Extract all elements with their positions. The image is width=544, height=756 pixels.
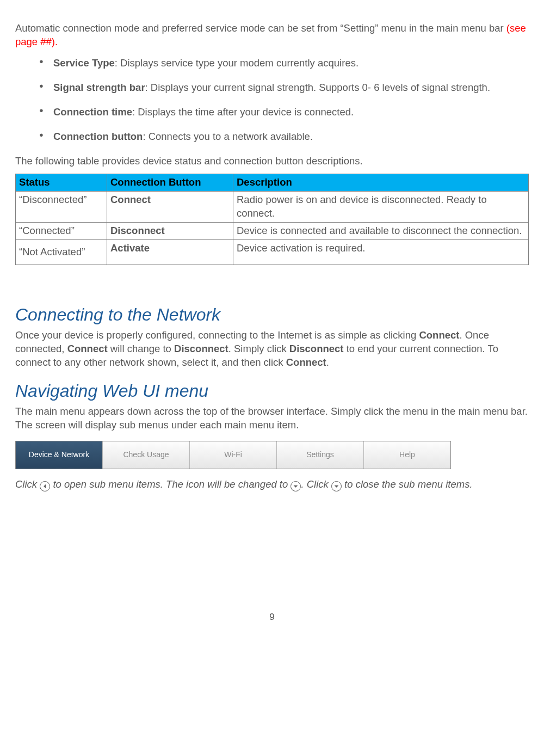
bold: Disconnect <box>174 343 228 354</box>
bold: Connect <box>67 343 108 354</box>
bullet-desc: : Displays your current signal strength.… <box>145 82 490 93</box>
nav-wifi[interactable]: Wi-Fi <box>190 441 277 469</box>
cell-desc: Radio power is on and device is disconne… <box>233 191 529 222</box>
text: . <box>326 357 329 368</box>
table-row: “Not Activated” Activate Device activati… <box>16 239 529 265</box>
bullet-label: Service Type <box>53 57 115 69</box>
nav-device-network[interactable]: Device & Network <box>16 441 103 469</box>
bullet-desc: : Displays service type your modem curre… <box>115 57 358 69</box>
bold: Connect <box>419 329 459 341</box>
bullet-label: Connection button <box>53 131 143 142</box>
intro-text: Automatic connection mode and preferred … <box>15 22 506 34</box>
cell-button: Connect <box>107 191 233 222</box>
bullet-label: Signal strength bar <box>53 82 145 93</box>
page-number: 9 <box>15 611 529 624</box>
cell-status: “Not Activated” <box>16 239 107 265</box>
nav-check-usage[interactable]: Check Usage <box>103 441 190 469</box>
expand-left-icon <box>40 481 50 491</box>
bold: Connect <box>286 357 326 368</box>
table-header-row: Status Connection Button Description <box>16 174 529 191</box>
text: Once your device is properly configured,… <box>15 329 419 341</box>
bullet-desc: : Connects you to a network available. <box>143 131 313 142</box>
table-intro: The following table provides device stat… <box>15 155 529 168</box>
status-table: Status Connection Button Description “Di… <box>15 174 529 265</box>
nav-help[interactable]: Help <box>364 441 450 469</box>
th-desc: Description <box>233 174 529 191</box>
connecting-paragraph: Once your device is properly configured,… <box>15 329 529 370</box>
feature-list: Service Type: Displays service type your… <box>15 57 529 144</box>
bold: Disconnect <box>289 343 344 354</box>
table-row: “Connected” Disconnect Device is connect… <box>16 222 529 239</box>
list-item: Signal strength bar: Displays your curre… <box>15 81 529 95</box>
cell-status: “Connected” <box>16 222 107 239</box>
bullet-label: Connection time <box>53 106 132 118</box>
nav-bar: Device & Network Check Usage Wi-Fi Setti… <box>15 441 451 469</box>
navigating-paragraph: The main menu appears down across the to… <box>15 405 529 432</box>
intro-paragraph: Automatic connection mode and preferred … <box>15 22 529 49</box>
text: . Simply click <box>228 343 289 354</box>
text: to close the sub menu items. <box>344 478 472 490</box>
text: Click <box>15 478 40 490</box>
text: to open sub menu items. The icon will be… <box>53 478 290 490</box>
collapse-down-icon <box>331 481 342 491</box>
text: . Click <box>301 478 331 490</box>
cell-button: Activate <box>107 239 233 265</box>
cell-button: Disconnect <box>107 222 233 239</box>
list-item: Service Type: Displays service type your… <box>15 57 529 70</box>
heading-navigating: Navigating Web UI menu <box>15 379 529 403</box>
nav-settings[interactable]: Settings <box>277 441 364 469</box>
cell-desc: Device activation is required. <box>233 239 529 265</box>
th-button: Connection Button <box>107 174 233 191</box>
list-item: Connection time: Displays the time after… <box>15 106 529 119</box>
cell-desc: Device is connected and available to dis… <box>233 222 529 239</box>
cell-status: “Disconnected” <box>16 191 107 222</box>
bullet-desc: : Displays the time after your device is… <box>132 106 354 118</box>
text: will change to <box>108 343 174 354</box>
heading-connecting: Connecting to the Network <box>15 303 529 327</box>
submenu-note: Click to open sub menu items. The icon w… <box>15 478 529 491</box>
expand-down-icon <box>290 481 301 491</box>
th-status: Status <box>16 174 107 191</box>
table-row: “Disconnected” Connect Radio power is on… <box>16 191 529 222</box>
list-item: Connection button: Connects you to a net… <box>15 130 529 144</box>
